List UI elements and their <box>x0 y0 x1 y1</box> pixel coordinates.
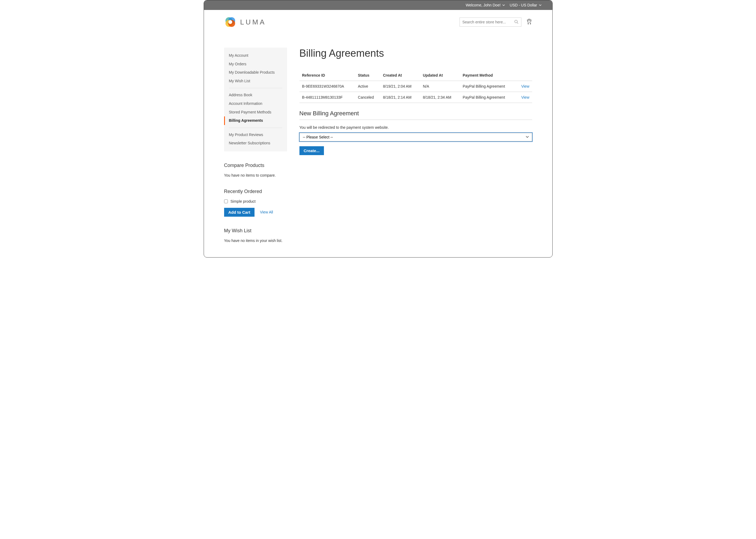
reorder-item-label: Simple product <box>231 199 255 203</box>
cell-method: PayPal Billing Agreement <box>460 92 516 103</box>
compare-title: Compare Products <box>224 163 287 168</box>
logo-text: LUMA <box>240 18 266 26</box>
nav-my-account[interactable]: My Account <box>224 51 287 60</box>
nav-account-information[interactable]: Account Information <box>224 100 287 108</box>
view-link[interactable]: View <box>521 95 529 100</box>
nav-my-orders[interactable]: My Orders <box>224 60 287 69</box>
wishlist-block: My Wish List You have no items in your w… <box>224 228 287 243</box>
recently-ordered-block: Recently Ordered Simple product Add to C… <box>224 189 287 217</box>
col-updated-at: Updated At <box>420 70 460 81</box>
view-all-link[interactable]: View All <box>260 210 273 214</box>
cart-icon[interactable] <box>526 19 532 26</box>
compare-block: Compare Products You have no items to co… <box>224 163 287 178</box>
add-to-cart-button[interactable]: Add to Cart <box>224 208 255 217</box>
cell-method: PayPal Billing Agreement <box>460 81 516 92</box>
recently-ordered-title: Recently Ordered <box>224 189 287 194</box>
nav-divider <box>229 88 282 88</box>
nav-billing-agreements[interactable]: Billing Agreements <box>224 116 287 125</box>
compare-empty: You have no items to compare. <box>224 173 287 178</box>
search-box[interactable] <box>459 18 521 27</box>
create-button[interactable]: Create... <box>299 146 324 155</box>
svg-point-9 <box>530 23 531 24</box>
welcome-dropdown[interactable]: Welcome, John Doe! <box>466 3 505 7</box>
nav-address-book[interactable]: Address Book <box>224 91 287 100</box>
welcome-text: Welcome, John Doe! <box>466 3 501 7</box>
nav-my-wish-list[interactable]: My Wish List <box>224 77 287 86</box>
new-agreement-title: New Billing Agreement <box>299 110 532 120</box>
logo-icon <box>224 16 236 28</box>
search-input[interactable] <box>462 20 514 24</box>
nav-divider <box>229 128 282 128</box>
svg-point-8 <box>527 23 528 24</box>
currency-text: USD - US Dollar <box>510 3 537 7</box>
cell-status: Canceled <box>355 92 380 103</box>
agreements-table: Reference ID Status Created At Updated A… <box>299 70 532 103</box>
payment-select-wrap: -- Please Select -- <box>299 133 532 141</box>
svg-line-6 <box>517 23 518 24</box>
wishlist-empty: You have no items in your wish list. <box>224 238 287 243</box>
col-payment-method: Payment Method <box>460 70 516 81</box>
reorder-item: Simple product <box>224 199 287 203</box>
payment-select[interactable]: -- Please Select -- <box>299 133 532 141</box>
chevron-down-icon <box>502 4 505 6</box>
cell-updated: 8/18/21, 2:34 AM <box>420 92 460 103</box>
nav-newsletter-subscriptions[interactable]: Newsletter Subscriptions <box>224 139 287 148</box>
table-row: B-44811113M8130133F Canceled 8/18/21, 2:… <box>299 92 532 103</box>
table-row: B-9EE69331W3246870A Active 8/19/21, 2:04… <box>299 81 532 92</box>
view-link[interactable]: View <box>521 84 529 88</box>
chevron-down-icon <box>539 4 541 6</box>
top-bar: Welcome, John Doe! USD - US Dollar <box>204 0 552 10</box>
nav-my-product-reviews[interactable]: My Product Reviews <box>224 131 287 139</box>
cell-status: Active <box>355 81 380 92</box>
svg-point-5 <box>515 20 518 23</box>
search-icon[interactable] <box>514 20 519 25</box>
currency-dropdown[interactable]: USD - US Dollar <box>510 3 541 7</box>
redirect-note: You will be redirected to the payment sy… <box>299 125 532 129</box>
svg-point-4 <box>229 20 232 24</box>
cell-ref: B-9EE69331W3246870A <box>299 81 355 92</box>
wishlist-title: My Wish List <box>224 228 287 234</box>
cell-created: 8/19/21, 2:04 AM <box>380 81 420 92</box>
header: LUMA <box>204 10 552 34</box>
col-reference-id: Reference ID <box>299 70 355 81</box>
nav-stored-payment-methods[interactable]: Stored Payment Methods <box>224 108 287 117</box>
page-title: Billing Agreements <box>299 47 532 59</box>
reorder-checkbox[interactable] <box>224 199 228 203</box>
cell-updated: N/A <box>420 81 460 92</box>
account-nav: My Account My Orders My Downloadable Pro… <box>224 47 287 151</box>
col-status: Status <box>355 70 380 81</box>
col-created-at: Created At <box>380 70 420 81</box>
nav-my-downloadable-products[interactable]: My Downloadable Products <box>224 68 287 77</box>
cell-ref: B-44811113M8130133F <box>299 92 355 103</box>
cell-created: 8/18/21, 2:14 AM <box>380 92 420 103</box>
logo[interactable]: LUMA <box>224 16 266 28</box>
